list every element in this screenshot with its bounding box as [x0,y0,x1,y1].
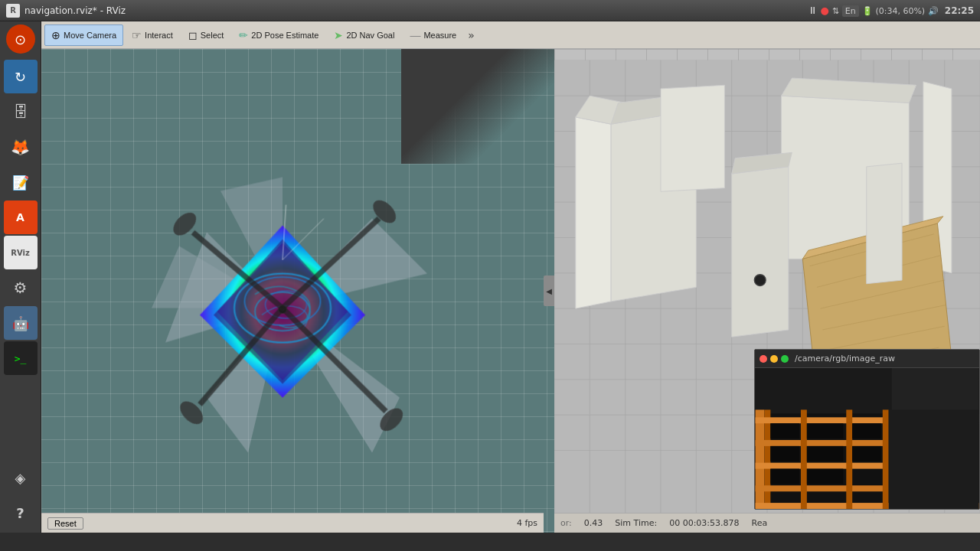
bottom-bar: Reset 4 fps [41,513,544,533]
nav-goal-button[interactable]: ➤ 2D Nav Goal [327,24,401,46]
svg-rect-75 [756,463,888,469]
sidebar-item-ubuntu[interactable]: ⊙ [6,24,35,54]
pose-estimate-button[interactable]: ✏ 2D Pose Estimate [232,24,325,46]
3d-view-panel[interactable]: ◀ Reset 4 fps [41,49,554,533]
sidebar-item-robot[interactable]: 🤖 [4,306,38,340]
svg-rect-82 [807,423,843,439]
select-icon: ◻ [188,29,198,41]
measure-button[interactable]: — Measure [403,24,463,46]
window-title: navigation.rviz* - RViz [24,5,808,16]
svg-rect-86 [852,446,881,461]
system-tray: ⏸ ● ⇅ En 🔋 (0:34, 60%) 🔊 22:25 [808,5,974,16]
camera-image-feed [755,368,979,509]
pause-icon[interactable]: ⏸ [808,5,818,16]
sidebar-item-rviz[interactable]: RViz [4,236,38,269]
sidebar-item-files[interactable]: 🗄 [4,95,38,129]
move-camera-button[interactable]: ⊕ Move Camera [44,24,123,46]
sim-time-label: Sim Time: [615,518,657,528]
titlebar: R navigation.rviz* - RViz ⏸ ● ⇅ En 🔋 (0:… [0,0,980,21]
svg-rect-71 [756,409,765,509]
move-camera-icon: ⊕ [51,29,60,41]
camera-title-bar: /camera/rgb/image_raw [755,350,979,368]
svg-rect-76 [756,485,888,491]
svg-rect-74 [756,440,888,446]
panel-collapse-handle[interactable]: ◀ [544,276,554,306]
svg-marker-67 [867,163,902,284]
nav-goal-icon: ➤ [334,29,343,41]
app-icon: R [6,4,20,18]
real-label: Rea [752,518,768,528]
svg-rect-72 [764,409,770,509]
sidebar-item-update[interactable]: ↻ [4,60,38,93]
camera-topic-label: /camera/rgb/image_raw [795,354,895,364]
robot-visualization [110,136,455,481]
interact-button[interactable]: ☞ Interact [125,24,180,46]
cam-min-dot[interactable] [770,355,778,363]
pose-icon: ✏ [239,29,248,41]
svg-rect-81 [770,423,799,439]
toolbar: ⊕ Move Camera ☞ Interact ◻ Select ✏ 2D P… [41,21,980,49]
reset-button[interactable]: Reset [47,517,83,530]
svg-point-57 [754,275,766,286]
sidebar-item-terminal[interactable]: >_ [4,341,38,375]
clock: 22:25 [945,5,974,16]
interact-icon: ☞ [132,29,142,41]
measure-icon: — [410,29,420,41]
svg-marker-48 [576,117,611,308]
gazebo-panel[interactable]: /camera/rgb/image_raw [554,49,980,533]
svg-rect-80 [883,409,889,509]
keyboard-layout: En [842,5,859,17]
battery-text: (0:34, 60%) [875,6,925,16]
toolbar-more-button[interactable]: » [465,29,478,41]
select-button[interactable]: ◻ Select [181,24,231,46]
sidebar-item-layers[interactable]: ◈ [4,461,38,494]
sidebar-item-gear[interactable]: ⚙ [4,271,38,305]
camera-overlay-panel[interactable]: /camera/rgb/image_raw [754,349,980,510]
svg-rect-73 [756,417,888,423]
sim-time-value: 00 00:03:53.878 [669,518,739,528]
left-sidebar: ⊙ ↻ 🗄 🦊 📝 A RViz ⚙ 🤖 >_ ◈ [0,21,41,533]
svg-rect-84 [770,446,799,461]
svg-rect-88 [807,469,843,484]
svg-rect-83 [852,423,881,439]
cam-close-dot[interactable] [760,355,767,363]
error-value: 0.43 [584,518,603,528]
sidebar-item-help[interactable]: ? [4,496,38,530]
svg-rect-87 [770,469,799,484]
status-bar: or: 0.43 Sim Time: 00 00:03:53.878 Rea [554,513,980,533]
fps-display: 4 fps [517,518,537,528]
sidebar-item-firefox[interactable]: 🦊 [4,130,38,164]
svg-marker-66 [661,85,724,191]
sidebar-item-texteditor[interactable]: A [4,201,38,234]
volume-icon: 🔊 [928,6,939,16]
svg-rect-79 [846,409,852,509]
svg-rect-85 [807,446,843,461]
cam-max-dot[interactable] [781,355,789,363]
sidebar-item-notes[interactable]: 📝 [4,165,38,199]
svg-marker-55 [732,167,789,337]
error-label: or: [560,518,572,528]
svg-rect-89 [889,409,979,509]
audio-switch-icon: ⇅ [832,6,839,16]
svg-rect-78 [801,409,807,509]
gazebo-scene: /camera/rgb/image_raw [554,49,980,533]
battery-icon: 🔋 [862,6,873,16]
record-icon[interactable]: ● [821,5,829,16]
